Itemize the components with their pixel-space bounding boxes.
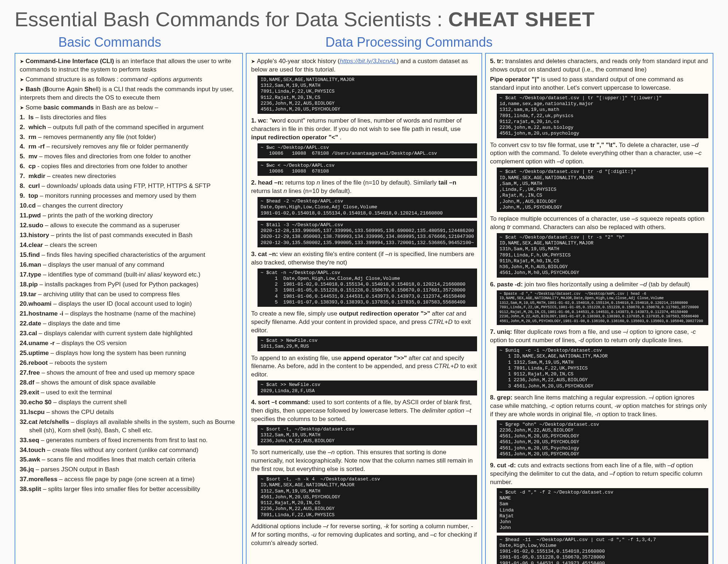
term-sort2: ~ $sort -t, -n -k 4 ~/Desktop/dataset.cs… [257, 475, 477, 519]
cmd-15: find – finds files having specified char… [20, 251, 238, 259]
cmd-38: split – splits larger files into smaller… [20, 485, 238, 494]
cmd-16: man – displays the user manual of any co… [20, 261, 238, 269]
tr-desc: 5. tr: translates and deletes characters… [490, 57, 708, 74]
cmd-32: cat /etc/shells – displays all available… [20, 418, 238, 435]
term-dataset: ID,NAME,SEX,AGE,NATIONALITY,MAJOR 1312,S… [257, 76, 477, 114]
sortn-desc: To sort numerically, use the –n option. … [251, 448, 477, 474]
cmd-14: clear – clears the screen [20, 241, 238, 250]
col-data-1: Apple's 40-year stock history (https://b… [246, 53, 482, 564]
cmd-2: which – outputs full path of the command… [20, 123, 238, 132]
term-sort1: ~ $sort -t, ~/Desktop/dataset.csv 1312,S… [257, 425, 477, 446]
title-cheat: CHEAT SHEET [448, 8, 595, 31]
term-wc2: ~ $wc < ~/Desktop/AAPL.csv 10086 10088 6… [257, 161, 477, 176]
cmd-23: cal – displays calendar with current sys… [20, 329, 238, 338]
term-grep: ~ $grep "ohn" ~/Desktop/dataset.csv 2236… [497, 420, 708, 459]
cli-intro: Command-Line Interface (CLI) is an inter… [20, 57, 238, 74]
cmd-28: df – shows the amount of disk space avai… [20, 379, 238, 387]
title-main: Essential Bash Commands for Data Scienti… [15, 8, 431, 31]
cmd-37: more/less – access file page by page (on… [20, 475, 238, 484]
cmd-structure: Command structure is as follows : comman… [20, 76, 238, 84]
term-trs: ~ $cat ~/Desktop/dataset.csv | tr -s "2"… [497, 233, 708, 278]
cmd-33: seq – generates numbers of fixed increme… [20, 436, 238, 445]
trs-desc: To replace multiple occurrences of a cha… [490, 215, 708, 232]
append-desc: To append to an existing file, use appen… [251, 354, 477, 379]
pipe-desc: Pipe operator "|" is used to pass standa… [490, 76, 708, 92]
term-redir: ~ $cat > NewFile.csv 1011,Sam,29,M,RUS [257, 336, 477, 351]
basic-header: Some basic commands in Bash are as below… [20, 104, 238, 112]
cmd-19: tar – archiving utility that can be used… [20, 290, 238, 299]
wc-desc: 1. wc: "word count" returns number of li… [251, 117, 477, 142]
cmd-7: mkdir – creates new directories [20, 172, 238, 181]
cmd-4: rm -rf – recursively removes any file or… [20, 143, 238, 151]
redir-desc: To create a new file, simply use output … [251, 310, 477, 335]
cmd-35: awk – scans file and modifies lines that… [20, 456, 238, 464]
cmd-8: curl – downloads/ uploads data using FTP… [20, 182, 238, 190]
cmd-29: exit – used to exit the terminal [20, 389, 238, 397]
term-trd: ~ $cat ~/Desktop/dataset.csv | tr -d "[:… [497, 167, 708, 212]
section-headers: Basic Commands Data Processing Commands [15, 35, 713, 50]
term-wc1: ~ $wc ~/Desktop/AAPL.csv 10086 10088 678… [257, 143, 477, 158]
cmd-9: top – monitors running processes and mem… [20, 192, 238, 200]
paste-desc: 6. paste -d: join two files horizontally… [490, 281, 708, 289]
trd-desc: To convert csv to tsv file format, use t… [490, 141, 708, 166]
cmd-30: echo $0 – displays the current shell [20, 398, 238, 407]
sortopt-desc: Additional options include –r for revers… [251, 522, 477, 548]
cmd-34: touch – create files without any content… [20, 446, 238, 455]
cmd-11: pwd – prints the path of the working dir… [20, 212, 238, 220]
term-paste: ~ $paste -d "," ~/Desktop/dataset.csv ~/… [497, 290, 708, 325]
basic-commands-list: ls – lists directories and fileswhich – … [20, 113, 238, 494]
term-tail: ~ $tail -3 ~/Desktop/AAPL.csv 2020-12-28… [257, 221, 477, 247]
term-pipe: ~ $cat ~/Desktop/dataset.csv | tr "[:upp… [497, 94, 708, 138]
cut-desc: 9. cut -d: cuts and extracts sections fr… [490, 461, 708, 487]
uniq-desc: 7. uniq: filter duplicate rows from a fi… [490, 328, 708, 345]
cmd-36: jq – parses JSON output in Bash [20, 466, 238, 474]
cmd-18: pip – installs packages from PyPI (used … [20, 281, 238, 289]
term-cut2: ~ $head -11 ~/Desktop/AAPL.csv | cut -d … [497, 536, 708, 564]
cmd-3: rm – removes permanently any file (not f… [20, 133, 238, 142]
col-data-2: 5. tr: translates and deletes characters… [485, 53, 713, 564]
col-basic: Command-Line Interface (CLI) is an inter… [15, 53, 243, 564]
header-basic: Basic Commands [15, 35, 245, 50]
header-data: Data Processing Commands [245, 35, 713, 50]
cmd-10: cd – changes the current directory [20, 202, 238, 210]
cmd-13: history – prints the list of past comman… [20, 231, 238, 240]
term-append: ~ $cat >> NewFile.csv 2029,Linda,28,F,US… [257, 380, 477, 395]
cmd-1: ls – lists directories and files [20, 113, 238, 122]
cat-desc: 3. cat –n: view an existing file's entir… [251, 250, 477, 267]
cmd-5: mv – moves files and directories from on… [20, 152, 238, 161]
grep-desc: 8. grep: search line items matching a re… [490, 394, 708, 419]
cmd-24: uname -r – displays the OS version [20, 339, 238, 348]
term-uniq: ~ $uniq -c -i ~/Desktop/dataset.csv 1 ID… [497, 346, 708, 391]
cmd-12: sudo – allows to execute the command as … [20, 221, 238, 230]
cmd-25: uptime – displays how long the system ha… [20, 349, 238, 358]
columns: Command-Line Interface (CLI) is an inter… [15, 53, 713, 564]
apple-intro: Apple's 40-year stock history (https://b… [251, 57, 477, 74]
cmd-21: hostname -i – displays the hostname (nam… [20, 310, 238, 318]
cmd-17: type – identifies type of command (built… [20, 271, 238, 279]
page-title: Essential Bash Commands for Data Scienti… [15, 7, 713, 31]
term-cut1: ~ $cut -d "," -f 2 ~/Desktop/dataset.csv… [497, 488, 708, 533]
cmd-27: free – shows the amount of free and used… [20, 369, 238, 377]
cmd-22: date – displays the date and time [20, 320, 238, 328]
sort-desc: 4. sort –t command: used to sort content… [251, 398, 477, 424]
head-desc: 2. head –n: returns top n lines of the f… [251, 179, 477, 196]
cmd-31: lscpu – shows the CPU details [20, 408, 238, 417]
term-cat: ~ $cat -n ~/Desktop/AAPL.csv 1 Date,Open… [257, 269, 477, 307]
term-head: ~ $head -2 ~/Desktop/AAPL.csv Date,Open,… [257, 197, 477, 218]
cmd-20: whoami – displays the user ID (local acc… [20, 300, 238, 308]
cmd-6: cp - copies files and directories from o… [20, 162, 238, 171]
cmd-26: reboot – reboots the system [20, 359, 238, 367]
bash-intro: Bash (Bourne Again Shell) is a CLI that … [20, 85, 238, 102]
